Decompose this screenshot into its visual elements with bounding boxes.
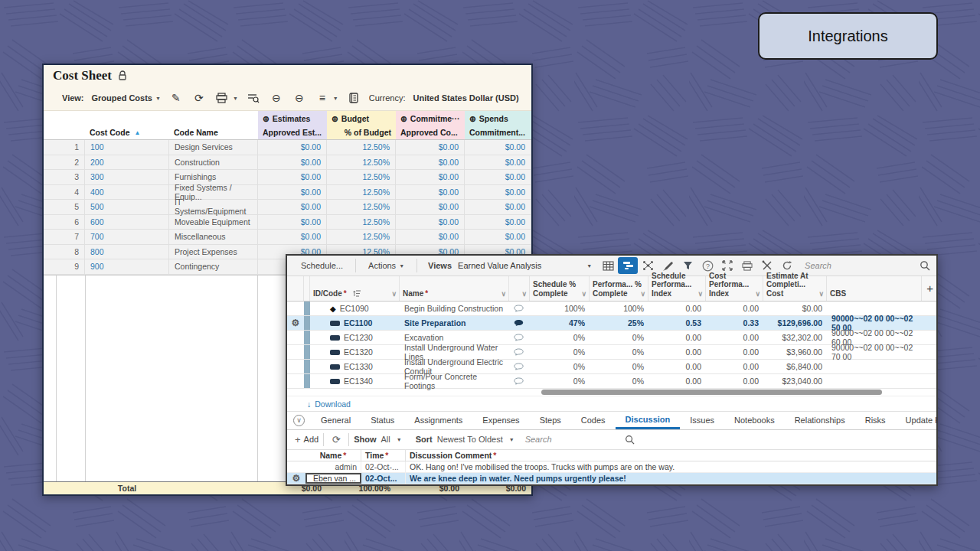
col-discussion-name[interactable]: Name* bbox=[305, 450, 361, 461]
table-row[interactable]: 4400Fixed Systems / Equip...$0.0012.50%$… bbox=[44, 185, 531, 201]
collapse-minus-icon[interactable]: ⊖ bbox=[269, 90, 284, 106]
group-spends[interactable]: ⊕Spends bbox=[465, 111, 531, 126]
discussion-search-input[interactable] bbox=[525, 435, 625, 444]
gear-icon[interactable]: ⚙ bbox=[292, 473, 301, 484]
comment-balloon-icon[interactable] bbox=[509, 345, 530, 359]
zoom-out-minus-icon[interactable]: ⊖ bbox=[292, 90, 307, 106]
tab-general[interactable]: General bbox=[311, 412, 361, 429]
schedule-menu[interactable]: Schedule... bbox=[293, 261, 351, 270]
refresh-icon[interactable]: ⟳ bbox=[328, 432, 344, 447]
gantt-view-icon[interactable] bbox=[618, 257, 638, 274]
column-menu-chip[interactable]: ∨ bbox=[501, 290, 506, 298]
table-row[interactable]: 6600Moveable Equipment$0.0012.50%$0.00$0… bbox=[44, 215, 531, 230]
column-menu-chip: ∨ bbox=[755, 290, 760, 298]
table-row[interactable]: 3300Furnishings$0.0012.50%$0.00$0.00 bbox=[44, 170, 531, 185]
sort-icon[interactable] bbox=[353, 289, 361, 298]
add-column-button[interactable]: + bbox=[922, 276, 936, 301]
search-input[interactable] bbox=[805, 261, 915, 270]
col-name[interactable]: Name*∨ bbox=[400, 276, 509, 301]
tab-notebooks[interactable]: Notebooks bbox=[724, 412, 785, 429]
caret-down-icon[interactable]: ▼ bbox=[509, 437, 514, 442]
column-menu-chip[interactable]: ∨ bbox=[391, 290, 397, 298]
tab-relationships[interactable]: Relationships bbox=[785, 412, 855, 429]
views-dropdown[interactable]: Views Earned Value Analysis ▼ bbox=[422, 261, 598, 270]
col-cbs[interactable]: CBS bbox=[827, 276, 922, 301]
task-icon bbox=[330, 364, 340, 370]
table-row[interactable]: 1100Design Services$0.0012.50%$0.00$0.00 bbox=[44, 140, 531, 155]
horizontal-scrollbar[interactable] bbox=[287, 389, 936, 396]
menu-hamburger-icon[interactable]: ≡ bbox=[315, 90, 330, 106]
tab-expenses[interactable]: Expenses bbox=[472, 412, 529, 429]
comment-balloon-icon[interactable] bbox=[509, 302, 530, 315]
toolbar-search bbox=[797, 260, 930, 271]
edit-pencil-icon[interactable]: ✎ bbox=[168, 90, 184, 106]
discussion-row-selected[interactable]: ⚙ Eben van ... 02-Oct... We are knee dee… bbox=[287, 473, 936, 484]
discussion-header: Name* Time* Discussion Comment* bbox=[287, 450, 936, 462]
col-approved-co[interactable]: Approved Co... bbox=[396, 126, 465, 139]
sort-value-dropdown[interactable]: Newest To Oldest bbox=[437, 435, 503, 444]
table-row[interactable]: 2200Construction$0.0012.50%$0.00$0.00 bbox=[44, 155, 531, 171]
table-row[interactable]: EC1340 Form/Pour Concrete Footings 0% 0%… bbox=[287, 374, 936, 389]
views-value: Earned Value Analysis bbox=[458, 261, 577, 270]
tab-discussion[interactable]: Discussion bbox=[616, 412, 681, 429]
show-value-dropdown[interactable]: All bbox=[381, 435, 390, 444]
comment-balloon-icon[interactable] bbox=[509, 316, 530, 330]
gear-icon[interactable]: ⚙ bbox=[292, 318, 300, 328]
tab-risks[interactable]: Risks bbox=[855, 412, 896, 429]
actions-menu[interactable]: Actions▼ bbox=[361, 261, 412, 270]
add-comment-button[interactable]: +Add bbox=[295, 434, 318, 445]
search-icon[interactable] bbox=[920, 260, 930, 271]
col-cpi[interactable]: Cost Performa... Index∨ bbox=[706, 276, 763, 301]
table-row[interactable]: 5500IT Systems/Equipment$0.0012.50%$0.00… bbox=[44, 200, 531, 215]
column-menu-chip: ∨ bbox=[818, 290, 824, 298]
schedule-window: Schedule... Actions▼ Views Earned Value … bbox=[286, 254, 938, 486]
col-discussion-balloon[interactable]: ∨ bbox=[509, 276, 530, 301]
find-in-list-icon[interactable] bbox=[246, 90, 261, 106]
caret-down-icon: ▼ bbox=[586, 263, 592, 269]
col-discussion-comment[interactable]: Discussion Comment* bbox=[406, 450, 936, 461]
tab-assignments[interactable]: Assignments bbox=[404, 412, 472, 429]
menu-caret-icon[interactable]: ▼ bbox=[333, 96, 338, 101]
comment-balloon-icon[interactable] bbox=[509, 331, 530, 344]
caret-down-icon[interactable]: ▼ bbox=[397, 437, 402, 442]
tab-issues[interactable]: Issues bbox=[680, 412, 724, 429]
discussion-row[interactable]: admin 02-Oct-... OK. Hang on! I've mobil… bbox=[287, 461, 936, 473]
col-cost-code[interactable]: Cost Code▲ bbox=[85, 126, 169, 139]
table-row[interactable]: 7700Miscellaneous$0.0012.50%$0.00$0.00 bbox=[44, 230, 531, 245]
views-label: Views bbox=[428, 261, 452, 270]
comment-balloon-icon[interactable] bbox=[509, 360, 530, 373]
tab-codes[interactable]: Codes bbox=[571, 412, 616, 429]
print-caret-icon[interactable]: ▼ bbox=[233, 96, 238, 101]
search-icon[interactable] bbox=[625, 435, 635, 445]
scrollbar-thumb[interactable] bbox=[541, 390, 882, 395]
milestone-icon: ◆ bbox=[330, 305, 336, 313]
col-approved-est[interactable]: Approved Est... bbox=[258, 126, 327, 139]
table-row[interactable]: EC1330 Install Underground Electric Cond… bbox=[287, 360, 936, 374]
col-code-name[interactable]: Code Name bbox=[169, 126, 258, 139]
circled-plus-icon: ⊕ bbox=[469, 114, 476, 123]
tab-update-history[interactable]: Update History bbox=[896, 412, 936, 429]
col-performance-pct[interactable]: Performa... % Complete∨ bbox=[590, 276, 648, 301]
col-eac[interactable]: Estimate At Completi... Cost∨ bbox=[763, 276, 827, 301]
view-dropdown[interactable]: Grouped Costs ▼ bbox=[92, 93, 161, 103]
name-cell-editing[interactable]: Eben van ... bbox=[305, 473, 361, 484]
print-icon[interactable] bbox=[214, 90, 230, 106]
col-pct-budget[interactable]: % of Budget bbox=[327, 126, 396, 139]
group-commitments[interactable]: ⊕Commitme··· bbox=[396, 111, 465, 126]
download-link[interactable]: ↓ Download bbox=[287, 396, 936, 412]
comment-balloon-icon[interactable] bbox=[509, 374, 530, 388]
table-row[interactable]: EC1320 Install Underground Water Lines 0… bbox=[287, 345, 936, 360]
col-commitment[interactable]: Commitment... bbox=[465, 126, 531, 139]
group-budget[interactable]: ⊕Budget bbox=[327, 111, 396, 126]
tab-steps[interactable]: Steps bbox=[530, 412, 571, 429]
col-id-code[interactable]: ID/Code* ∨ bbox=[310, 276, 400, 301]
integrations-button[interactable]: Integrations bbox=[758, 12, 938, 60]
group-estimates[interactable]: ⊕Estimates bbox=[258, 111, 327, 126]
refresh-icon[interactable]: ⟳ bbox=[191, 90, 207, 106]
col-spi[interactable]: Schedule Performa... Index∨ bbox=[648, 276, 706, 301]
col-discussion-time[interactable]: Time* bbox=[361, 450, 406, 461]
tab-status[interactable]: Status bbox=[361, 412, 404, 429]
table-view-icon[interactable] bbox=[598, 257, 618, 274]
collapse-panel-icon[interactable]: ∨ bbox=[293, 415, 305, 426]
col-schedule-pct[interactable]: Schedule % Complete∨ bbox=[530, 276, 590, 301]
